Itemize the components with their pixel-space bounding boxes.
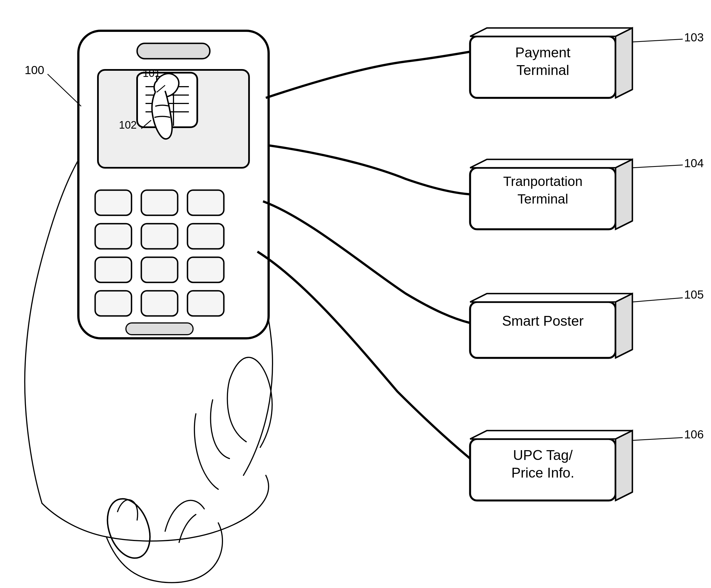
upc-tag-label-line1: UPC Tag/ xyxy=(513,447,573,463)
svg-point-0 xyxy=(100,493,158,564)
svg-rect-9 xyxy=(188,224,224,249)
svg-rect-8 xyxy=(141,224,178,249)
payment-terminal-label-line1: Payment xyxy=(515,45,570,61)
ref-104: 104 xyxy=(684,157,704,170)
diagram-container: 100 101 102 103 104 105 106 Payment Term… xyxy=(0,0,711,588)
svg-rect-13 xyxy=(95,291,131,316)
svg-rect-7 xyxy=(95,224,131,249)
svg-rect-4 xyxy=(95,190,131,215)
smart-poster-label: Smart Poster xyxy=(502,313,584,329)
svg-rect-12 xyxy=(188,257,224,282)
ref-100: 100 xyxy=(25,64,44,76)
ref-101: 101 xyxy=(143,67,160,79)
svg-rect-11 xyxy=(141,257,178,282)
payment-terminal-label-line2: Terminal xyxy=(517,62,569,78)
svg-rect-2 xyxy=(137,43,210,59)
svg-rect-16 xyxy=(126,323,193,335)
svg-line-41 xyxy=(632,437,683,440)
svg-line-39 xyxy=(632,165,683,168)
svg-rect-31 xyxy=(470,302,616,358)
transportation-terminal-label-line1: Tranportation xyxy=(503,174,583,189)
svg-rect-10 xyxy=(95,257,131,282)
svg-line-38 xyxy=(632,39,683,42)
svg-line-40 xyxy=(632,298,683,302)
upc-tag-label-line2: Price Info. xyxy=(511,465,574,481)
svg-rect-15 xyxy=(188,291,224,316)
ref-106: 106 xyxy=(684,428,704,441)
ref-105: 105 xyxy=(684,288,704,301)
svg-rect-14 xyxy=(141,291,178,316)
transportation-terminal-label-line2: Terminal xyxy=(517,191,568,206)
svg-line-35 xyxy=(47,74,81,106)
ref-102: 102 xyxy=(119,119,136,131)
svg-rect-5 xyxy=(141,190,178,215)
ref-103: 103 xyxy=(684,31,704,44)
svg-rect-6 xyxy=(188,190,224,215)
